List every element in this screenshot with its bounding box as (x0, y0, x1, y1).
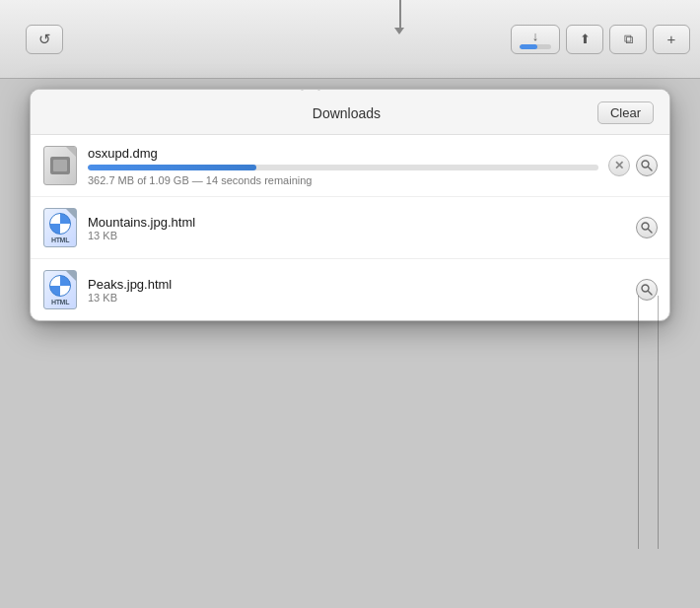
item-1-content: osxupd.dmg 362.7 MB of 1.09 GB — 14 seco… (88, 146, 598, 186)
item-2-actions (636, 217, 658, 238)
file-icon-html-3: HTML (42, 269, 78, 310)
show-in-finder-button-2[interactable] (636, 217, 658, 238)
item-1-progress-fill (88, 165, 256, 170)
copy-icon: ⧉ (624, 32, 633, 47)
dmg-icon-inner (50, 157, 70, 174)
file-icon-dmg (42, 145, 78, 186)
item-2-meta: 13 KB (88, 230, 626, 241)
item-1-name: osxupd.dmg (88, 146, 598, 161)
cancel-download-button[interactable]: ✕ (608, 155, 630, 176)
html-icon-shape-3: HTML (43, 270, 77, 309)
svg-line-5 (649, 292, 653, 296)
panel-title: Downloads (96, 105, 597, 121)
downloads-panel: Downloads Clear osxupd.dmg 362.7 MB of 1… (30, 89, 670, 321)
mini-progress-bar (520, 44, 551, 49)
show-in-finder-button-3[interactable] (636, 279, 658, 301)
item-1-progress-bar (88, 165, 598, 170)
item-3-actions (636, 279, 658, 301)
item-3-name: Peaks.jpg.html (88, 277, 626, 292)
download-button[interactable]: ↓ (511, 25, 560, 54)
panel-arrow (301, 89, 320, 91)
svg-line-1 (649, 168, 653, 171)
item-1-meta: 362.7 MB of 1.09 GB — 14 seconds remaini… (88, 174, 598, 186)
svg-point-2 (642, 223, 649, 230)
magnify-icon-1 (640, 159, 654, 172)
add-icon: + (667, 31, 676, 47)
item-2-content: Mountains.jpg.html 13 KB (88, 215, 626, 241)
safari-icon-2 (49, 213, 71, 235)
item-3-content: Peaks.jpg.html 13 KB (88, 277, 626, 304)
magnify-icon-2 (640, 221, 654, 235)
add-tab-button[interactable]: + (653, 25, 690, 54)
file-icon-html-2: HTML (42, 207, 78, 248)
magnify-icon-3 (640, 283, 654, 297)
indicator-line-right2 (658, 296, 660, 549)
downloads-list: osxupd.dmg 362.7 MB of 1.09 GB — 14 seco… (31, 135, 669, 320)
svg-point-4 (642, 285, 649, 292)
item-1-actions: ✕ (608, 155, 658, 176)
item-3-meta: 13 KB (88, 292, 626, 304)
clear-button[interactable]: Clear (597, 101, 654, 124)
download-icon: ↓ (532, 30, 539, 42)
show-in-finder-button-1[interactable] (636, 155, 658, 176)
html-label-2: HTML (51, 236, 69, 243)
safari-icon-3 (49, 275, 71, 297)
item-2-name: Mountains.jpg.html (88, 215, 626, 230)
refresh-icon: ↺ (38, 31, 51, 48)
html-icon-shape-2: HTML (43, 208, 77, 247)
toolbar: ↺ ↓ ⬆ ⧉ + (0, 0, 700, 79)
refresh-button[interactable]: ↺ (26, 25, 63, 54)
mini-progress-fill (520, 44, 537, 49)
indicator-line-right (638, 296, 640, 549)
svg-line-3 (649, 230, 653, 234)
download-item-3: HTML Peaks.jpg.html 13 KB (31, 259, 669, 320)
html-label-3: HTML (51, 299, 69, 305)
panel-header: Downloads Clear (31, 90, 669, 135)
copy-button[interactable]: ⧉ (609, 25, 647, 54)
share-button[interactable]: ⬆ (566, 25, 603, 54)
dmg-icon-shape (43, 146, 77, 185)
svg-point-0 (642, 161, 649, 168)
download-item-2: HTML Mountains.jpg.html 13 KB (31, 197, 669, 259)
share-icon: ⬆ (580, 32, 591, 46)
download-item-1: osxupd.dmg 362.7 MB of 1.09 GB — 14 seco… (31, 135, 669, 197)
